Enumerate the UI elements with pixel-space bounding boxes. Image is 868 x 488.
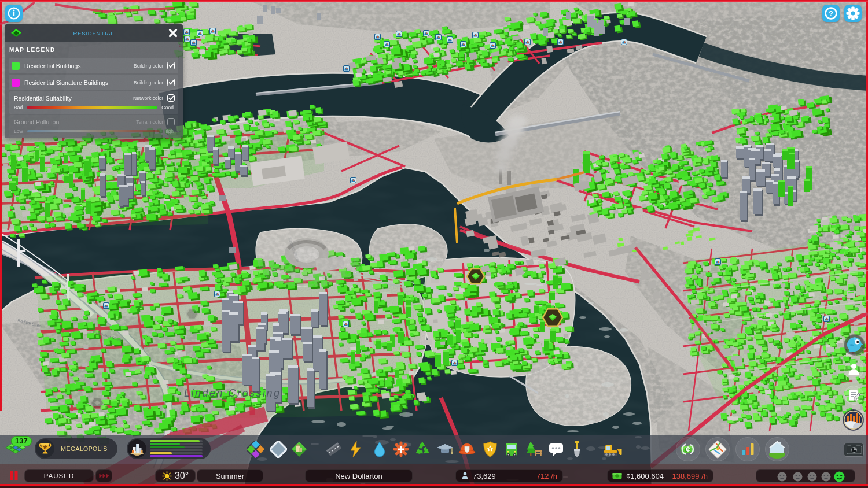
- svg-text:¢: ¢: [686, 445, 690, 454]
- svg-text:Linden Crossing: Linden Crossing: [184, 387, 281, 399]
- svg-text:?: ?: [829, 9, 833, 18]
